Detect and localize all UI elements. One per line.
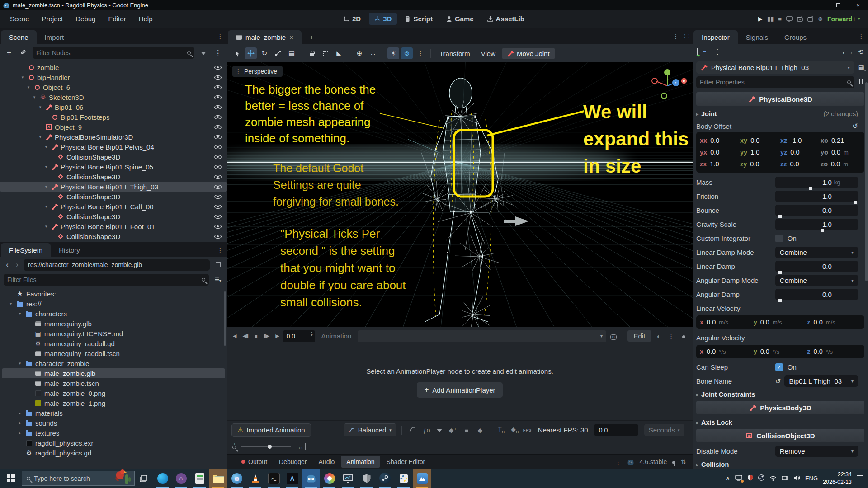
fs-split-view-icon[interactable] (212, 260, 223, 269)
value-slider[interactable]: 1.0kg (775, 177, 858, 188)
terminal-icon[interactable]: >_ (264, 469, 283, 488)
file-item[interactable]: ragdoll_physics.exr (2, 438, 225, 448)
menu-scene[interactable]: Scene (5, 13, 35, 25)
autokey-icon[interactable]: B (608, 333, 619, 340)
file-item[interactable]: ▤mannequiny.LICENSE.md (2, 328, 225, 338)
pin-bottom-panel-icon[interactable] (672, 458, 675, 465)
expand-bottom-panel-icon[interactable]: ⇅ (681, 458, 686, 465)
tab-scene[interactable]: Scene (1, 30, 37, 44)
history-back-icon[interactable]: ‹ (842, 48, 844, 56)
file-item[interactable]: ⚙ragdoll_physics.gd (2, 448, 225, 458)
wifi-icon[interactable] (769, 475, 777, 482)
remote-debug-icon[interactable] (786, 16, 793, 22)
hidden-icons-chevron-icon[interactable]: ∧ (726, 475, 730, 482)
animation-select-dropdown[interactable]: ▾ (358, 330, 606, 342)
function-icon[interactable]: .ƒo (420, 427, 431, 434)
anim-stop-icon[interactable]: ■ (252, 332, 259, 341)
rotate-tool-icon[interactable]: ↻ (259, 47, 270, 59)
action-center-icon[interactable] (857, 475, 863, 481)
file-item[interactable]: male_zombie.glb (2, 368, 225, 378)
shield-app-icon[interactable] (357, 469, 376, 488)
bottom-panel-kebab-icon[interactable]: ⋮ (615, 458, 622, 465)
workspace-2d[interactable]: 2D (338, 13, 366, 25)
visibility-eye-icon[interactable] (214, 145, 222, 149)
taskbar-clock[interactable]: 22:34 2026-02-13 (823, 471, 852, 486)
close-tab-icon[interactable]: × (289, 33, 293, 41)
menu-help[interactable]: Help (133, 13, 158, 25)
snap-key2-icon[interactable]: ◆n (509, 426, 520, 434)
tab-groups[interactable]: Groups (776, 30, 815, 44)
ruler-tool-icon[interactable]: ◣ (333, 47, 345, 59)
run-custom-scene-button[interactable] (807, 16, 813, 22)
checkbox[interactable]: ✓ (775, 363, 783, 371)
defender-icon[interactable] (747, 474, 753, 482)
animation-time-spinbox[interactable]: 0.0 ▴▾ (283, 330, 315, 342)
inspector-scrollbar[interactable] (865, 82, 868, 281)
dropdown[interactable]: Bip01 L Thigh_03▾ (784, 375, 858, 387)
value-slider[interactable]: 1.0 (775, 219, 858, 230)
tab-signals[interactable]: Signals (738, 30, 776, 44)
bottom-tab-audio[interactable]: Audio (313, 456, 340, 468)
file-explorer-icon[interactable] (209, 469, 227, 488)
task-view-icon[interactable] (135, 469, 153, 488)
expand-panel-icon[interactable]: ⛶ (684, 33, 689, 40)
bottom-tab-animation[interactable]: Animation (341, 456, 380, 468)
maximize-button[interactable] (828, 0, 848, 10)
vlc-icon[interactable] (246, 469, 264, 488)
fs-dock-kebab-icon[interactable]: ⋮ (217, 247, 223, 254)
scale-tool-icon[interactable] (272, 47, 284, 59)
file-item[interactable]: mannequiny_ragdoll.tscn (2, 348, 225, 358)
dock-menu-kebab-icon[interactable]: ⋮ (217, 33, 223, 40)
godot-icon[interactable] (302, 469, 320, 488)
workspace-3d[interactable]: 3D (369, 13, 397, 25)
language-indicator[interactable]: ENG (805, 475, 818, 482)
visibility-eye-icon[interactable] (214, 95, 222, 99)
group-node-icon[interactable] (320, 47, 331, 59)
preview-settings-kebab-icon[interactable]: ⋮ (415, 47, 426, 59)
world-space-icon[interactable]: ⊕ (354, 47, 365, 59)
select-tool-icon[interactable] (231, 47, 243, 59)
visibility-eye-icon[interactable] (214, 85, 222, 89)
visibility-eye-icon[interactable] (214, 165, 222, 169)
tree-node[interactable]: ▾Object_6 (0, 82, 227, 92)
fs-back-icon[interactable]: ‹ (4, 261, 11, 269)
object-history-icon[interactable]: ⟲ (858, 48, 863, 56)
file-item[interactable]: ▸sounds (2, 418, 225, 428)
github-desktop-icon[interactable]: ⌂ (172, 469, 190, 488)
view-menu[interactable]: View (476, 48, 500, 59)
notepad-app-icon[interactable] (190, 469, 209, 488)
dropdown[interactable]: Combine▾ (775, 247, 858, 258)
file-item[interactable]: ▾res:// (2, 299, 225, 309)
resource-kebab-icon[interactable]: ⋮ (714, 48, 721, 56)
filter-options-icon[interactable] (198, 48, 209, 57)
tree-node[interactable]: CollisionShape3D (0, 152, 227, 162)
tree-node[interactable]: CollisionShape3D (0, 231, 227, 241)
bottom-tab-shader-editor[interactable]: Shader Editor (381, 456, 431, 468)
tab-list-kebab-icon[interactable]: ⋮ (673, 33, 679, 40)
krita-icon[interactable] (320, 469, 339, 488)
value-slider[interactable]: 0.0 (775, 261, 858, 272)
snap-value-input[interactable]: 0.0 (594, 424, 638, 436)
visibility-eye-icon[interactable] (214, 205, 222, 209)
tree-node[interactable]: CollisionShape3D (0, 192, 227, 202)
volume-icon[interactable] (793, 475, 800, 482)
play-backwards-end-icon[interactable]: ◀ (231, 331, 238, 341)
minimize-button[interactable]: − (808, 0, 828, 10)
add-animation-player-button[interactable]: +Add AnimationPlayer (417, 382, 502, 398)
body-offset-matrix[interactable]: xx0.0xy0.0xz-1.0xo0.21yx0.0yy1.0yz0.0yo0… (696, 132, 864, 173)
visibility-eye-icon[interactable] (214, 125, 222, 129)
revert-icon[interactable]: ↺ (852, 122, 864, 130)
file-item[interactable]: ⚙mannequiny_ragdoll.gd (2, 338, 225, 348)
tree-node[interactable]: ▾Physical Bone Bip01 Spine_05 (0, 162, 227, 172)
fs-path-breadcrumb[interactable]: res://character_zombie/male_zombie.glb (24, 259, 210, 271)
menu-editor[interactable]: Editor (103, 13, 131, 25)
anim-kebab-icon[interactable]: ⋮ (666, 333, 677, 340)
track-list-icon[interactable]: ≡ (461, 427, 472, 434)
affinity-app-icon[interactable]: Λ (283, 469, 302, 488)
close-button[interactable]: × (848, 0, 868, 10)
fs-sort-icon[interactable]: ≡▾ (212, 275, 223, 284)
scene-tree-kebab-icon[interactable]: ⋮ (212, 48, 223, 58)
snap-key-icon[interactable]: Tn (496, 426, 507, 434)
value-slider[interactable]: 1.0 (775, 191, 858, 202)
workspace-script[interactable]: Script (400, 13, 438, 25)
